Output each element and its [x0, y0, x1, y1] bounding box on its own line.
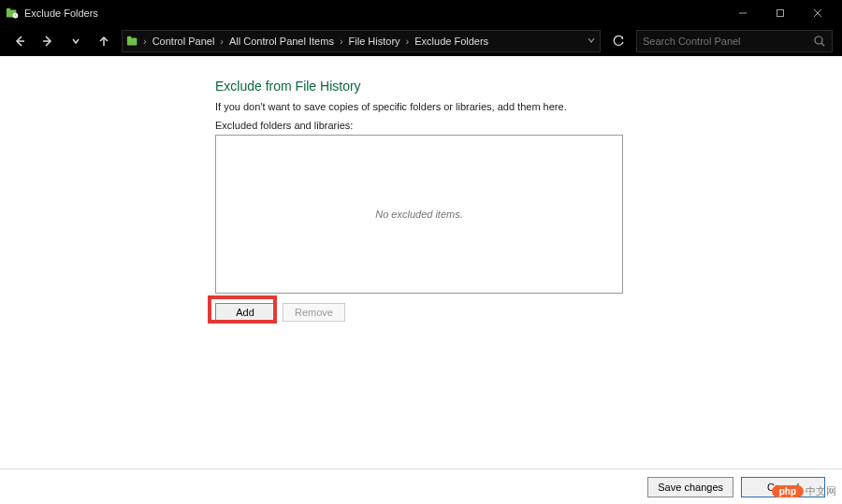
page-title: Exclude from File History [215, 79, 623, 94]
chevron-right-icon[interactable]: › [143, 36, 147, 47]
window-controls [724, 2, 836, 24]
svg-rect-11 [127, 36, 131, 39]
maximize-button[interactable] [762, 2, 799, 24]
up-button[interactable] [94, 31, 114, 51]
forward-button[interactable] [37, 31, 58, 51]
control-panel-icon [126, 35, 139, 48]
search-box[interactable] [636, 30, 833, 52]
svg-rect-1 [7, 8, 10, 11]
excluded-items-listbox[interactable]: No excluded items. [215, 135, 623, 294]
breadcrumb-item[interactable]: File History [347, 36, 402, 47]
chevron-down-icon[interactable] [587, 36, 596, 47]
navigation-bar: › Control Panel › All Control Panel Item… [0, 26, 842, 56]
svg-rect-10 [127, 38, 138, 46]
empty-state-text: No excluded items. [375, 209, 463, 220]
save-changes-button[interactable]: Save changes [647, 477, 733, 497]
footer-bar: Save changes Cancel [0, 468, 842, 504]
svg-rect-4 [777, 10, 784, 17]
breadcrumb-item[interactable]: All Control Panel Items [227, 36, 336, 47]
watermark-brand: php [772, 485, 804, 497]
search-icon[interactable] [813, 35, 826, 48]
close-button[interactable] [799, 2, 836, 24]
watermark: php 中文网 [772, 484, 836, 498]
window-title: Exclude Folders [24, 7, 724, 19]
search-input[interactable] [643, 36, 813, 47]
page-subtitle: If you don't want to save copies of spec… [215, 101, 623, 112]
remove-button: Remove [283, 303, 345, 322]
address-bar[interactable]: › Control Panel › All Control Panel Item… [122, 30, 601, 52]
breadcrumb-item[interactable]: Exclude Folders [413, 36, 490, 47]
content-area: Exclude from File History If you don't w… [0, 56, 842, 468]
list-buttons-row: Add Remove [215, 303, 623, 322]
add-button[interactable]: Add [215, 303, 275, 322]
minimize-button[interactable] [724, 2, 762, 24]
svg-line-13 [821, 43, 824, 46]
watermark-text: 中文网 [806, 484, 836, 498]
recent-locations-button[interactable] [65, 31, 86, 51]
title-bar: Exclude Folders [0, 0, 842, 26]
app-icon [6, 7, 19, 20]
chevron-right-icon[interactable]: › [340, 36, 343, 47]
chevron-right-icon[interactable]: › [406, 36, 410, 47]
back-button[interactable] [9, 31, 30, 51]
breadcrumb-item[interactable]: Control Panel [151, 36, 217, 47]
list-label: Excluded folders and libraries: [215, 120, 623, 131]
chevron-right-icon[interactable]: › [220, 36, 224, 47]
svg-point-12 [815, 36, 822, 44]
refresh-button[interactable] [608, 31, 629, 51]
